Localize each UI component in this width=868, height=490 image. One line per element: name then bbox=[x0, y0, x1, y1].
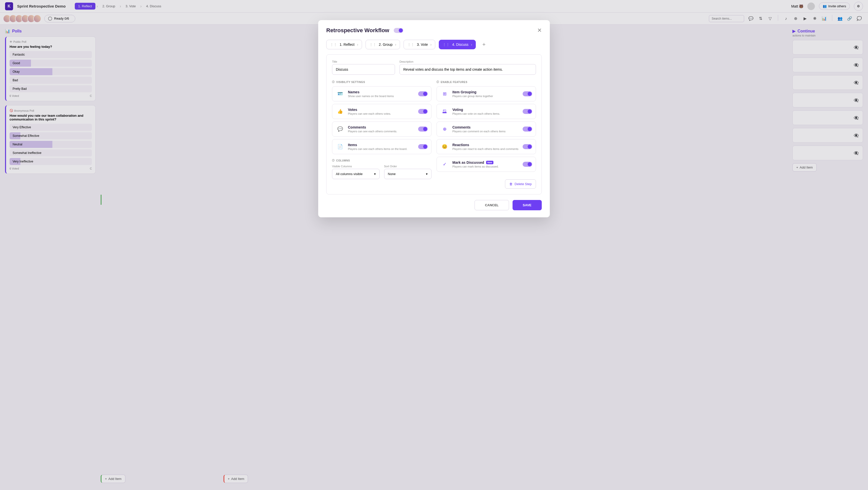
info-icon: ⓘ bbox=[332, 159, 335, 162]
feature-voting: 🗳 Voting Players can vote on each others… bbox=[436, 104, 536, 119]
vote-icon: 🗳 bbox=[440, 107, 449, 116]
step-description-input[interactable] bbox=[400, 64, 536, 75]
trash-icon: 🗑 bbox=[509, 182, 513, 186]
add-comment-icon: ⊕ bbox=[440, 125, 449, 133]
close-modal-button[interactable]: ✕ bbox=[537, 27, 542, 34]
document-icon: 📄 bbox=[336, 142, 344, 151]
names-toggle[interactable] bbox=[418, 91, 428, 96]
feature-desc: Players can see each others items on the… bbox=[348, 148, 414, 151]
chevron-right-icon: › bbox=[357, 42, 358, 46]
feature-desc: Players can see each others votes. bbox=[348, 112, 414, 115]
items-visibility-toggle[interactable] bbox=[418, 144, 428, 149]
feature-desc: Show user names on the board items bbox=[348, 95, 414, 98]
feature-reactions: 😊 Reactions Players can react to each ot… bbox=[436, 139, 536, 154]
enable-features-section: ⓘ ENABLE FEATURES ⊞ Item Grouping Player… bbox=[436, 80, 536, 189]
grip-icon: ⋮⋮ bbox=[330, 42, 337, 46]
grip-icon: ⋮⋮ bbox=[369, 42, 376, 46]
feature-desc: Players can see each others comments. bbox=[348, 130, 414, 133]
votes-visibility-toggle[interactable] bbox=[418, 109, 428, 114]
group-icon: ⊞ bbox=[440, 90, 449, 98]
workflow-enabled-toggle[interactable] bbox=[394, 28, 403, 33]
chevron-down-icon: ▾ bbox=[374, 172, 376, 176]
badge-icon: 🪪 bbox=[336, 90, 344, 98]
sort-order-label: Sort Order bbox=[384, 165, 432, 168]
check-icon: ✓ bbox=[440, 160, 449, 168]
add-step-button[interactable]: + bbox=[479, 40, 488, 49]
cancel-button[interactable]: CANCEL bbox=[474, 200, 509, 210]
title-field-label: Title bbox=[332, 60, 395, 63]
feature-items: 📄 Items Players can see each others item… bbox=[332, 139, 432, 154]
enable-section-label: ⓘ ENABLE FEATURES bbox=[436, 80, 536, 84]
chevron-down-icon: ▾ bbox=[426, 172, 428, 176]
step-editor: Title Description ⓘ VISIBILITY SETTINGS bbox=[326, 54, 542, 194]
info-icon: ⓘ bbox=[332, 80, 335, 84]
modal-title-text: Retrospective Workflow bbox=[326, 27, 389, 34]
chevron-right-icon: › bbox=[471, 42, 472, 46]
feature-desc: Players can react to each others items a… bbox=[453, 148, 519, 151]
visible-columns-select[interactable]: All columns visible ▾ bbox=[332, 169, 380, 179]
workflow-modal: Retrospective Workflow ✕ ⋮⋮ 1. Reflect ›… bbox=[318, 20, 550, 217]
thumbs-up-icon: 👍 bbox=[336, 107, 344, 116]
modal-header: Retrospective Workflow ✕ bbox=[326, 27, 542, 34]
columns-section-label: ⓘ COLUMNS bbox=[332, 159, 432, 162]
feature-mark-discussed: ✓ Mark as Discussed New Players can mark… bbox=[436, 157, 536, 172]
step-tab-reflect[interactable]: ⋮⋮ 1. Reflect › bbox=[326, 40, 362, 49]
step-tab-vote[interactable]: ⋮⋮ 3. Vote › bbox=[404, 40, 435, 49]
info-icon: ⓘ bbox=[436, 80, 439, 84]
feature-grouping: ⊞ Item Grouping Players can group items … bbox=[436, 86, 536, 101]
grip-icon: ⋮⋮ bbox=[442, 42, 450, 46]
grouping-toggle[interactable] bbox=[523, 91, 532, 96]
modal-backdrop[interactable]: Retrospective Workflow ✕ ⋮⋮ 1. Reflect ›… bbox=[0, 0, 868, 490]
feature-title: Names bbox=[348, 90, 414, 94]
feature-desc: Players can comment on each others items bbox=[453, 130, 519, 133]
feature-desc: Players can group items together bbox=[453, 95, 519, 98]
feature-comments: ⊕ Comments Players can comment on each o… bbox=[436, 122, 536, 137]
voting-toggle[interactable] bbox=[523, 109, 532, 114]
feature-desc: Players can mark items as discussed. bbox=[453, 165, 519, 168]
feature-title: Mark as Discussed New bbox=[453, 161, 519, 164]
feature-title: Voting bbox=[453, 108, 519, 112]
description-field-label: Description bbox=[400, 60, 536, 63]
feature-title: Items bbox=[348, 143, 414, 147]
step-tab-group[interactable]: ⋮⋮ 2. Group › bbox=[366, 40, 400, 49]
feature-desc: Players can vote on each others items. bbox=[453, 112, 519, 115]
reactions-toggle[interactable] bbox=[523, 144, 532, 149]
feature-title: Item Grouping bbox=[453, 90, 519, 94]
new-badge: New bbox=[486, 161, 493, 164]
delete-step-button[interactable]: 🗑 Delete Step bbox=[505, 179, 536, 189]
grip-icon: ⋮⋮ bbox=[407, 42, 414, 46]
feature-title: Votes bbox=[348, 108, 414, 112]
feature-title: Reactions bbox=[453, 143, 519, 147]
feature-title: Comments bbox=[453, 125, 519, 129]
chevron-right-icon: › bbox=[395, 42, 396, 46]
feature-title: Comments bbox=[348, 125, 414, 129]
visibility-section-label: ⓘ VISIBILITY SETTINGS bbox=[332, 80, 432, 84]
feature-votes: 👍 Votes Players can see each others vote… bbox=[332, 104, 432, 119]
save-button[interactable]: SAVE bbox=[513, 200, 542, 210]
workflow-step-tabs: ⋮⋮ 1. Reflect › ⋮⋮ 2. Group › ⋮⋮ 3. Vote… bbox=[326, 40, 542, 49]
feature-comments-vis: 💬 Comments Players can see each others c… bbox=[332, 122, 432, 137]
comments-toggle[interactable] bbox=[523, 127, 532, 132]
step-tab-discuss[interactable]: ⋮⋮ 4. Discuss › bbox=[439, 40, 476, 49]
mark-discussed-toggle[interactable] bbox=[523, 162, 532, 167]
visibility-section: ⓘ VISIBILITY SETTINGS 🪪 Names Show user … bbox=[332, 80, 432, 189]
modal-footer: CANCEL SAVE bbox=[326, 200, 542, 210]
comments-visibility-toggle[interactable] bbox=[418, 127, 428, 132]
step-title-input[interactable] bbox=[332, 64, 395, 75]
chevron-right-icon: › bbox=[431, 42, 432, 46]
sort-order-select[interactable]: None ▾ bbox=[384, 169, 432, 179]
chat-icon: 💬 bbox=[336, 125, 344, 133]
visible-columns-label: Visible Columns bbox=[332, 165, 380, 168]
feature-names: 🪪 Names Show user names on the board ite… bbox=[332, 86, 432, 101]
emoji-icon: 😊 bbox=[440, 142, 449, 151]
